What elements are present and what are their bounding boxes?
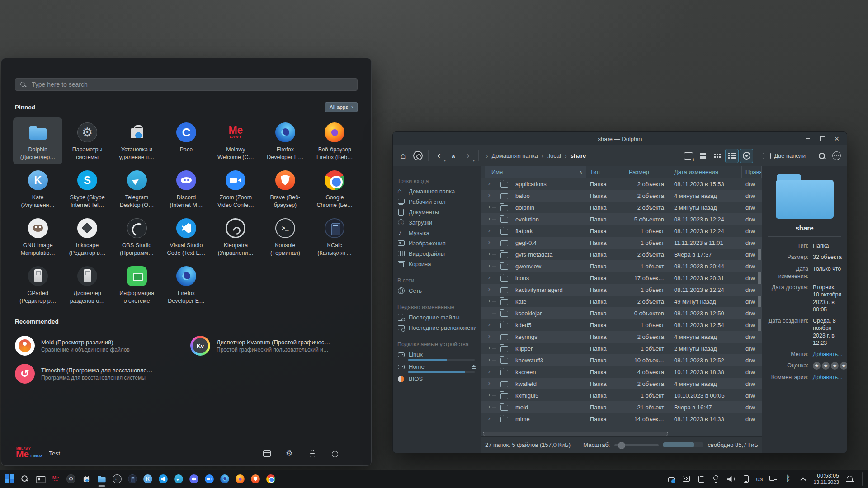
file-row[interactable]: kxmlgui5 Папка 1 объект 10.10.2023 в 00:… (481, 389, 762, 401)
split-view-button[interactable]: Две панели (761, 149, 807, 163)
place-entry[interactable]: Видеофайлы (396, 249, 478, 259)
expand-tray-chevron-icon[interactable] (798, 474, 807, 483)
minimize-button[interactable] (802, 133, 814, 144)
star-icon[interactable]: ★ (831, 362, 839, 370)
place-entry[interactable]: Корзина (396, 259, 478, 269)
expand-chevron-icon[interactable] (488, 356, 490, 363)
app-tile[interactable]: Kate (Улучшенн… (13, 165, 62, 212)
file-row[interactable]: kactivitymanagerd Папка 1 объект 08.11.2… (481, 284, 762, 296)
place-entry[interactable]: Рабочий стол (396, 197, 478, 207)
place-entry[interactable]: Последние файлы (396, 312, 478, 323)
taskbar-app[interactable] (49, 470, 62, 488)
place-entry[interactable]: Home (396, 361, 478, 374)
expand-chevron-icon[interactable] (488, 274, 490, 281)
breadcrumb-item[interactable]: share (564, 151, 587, 160)
user-name[interactable]: Test (49, 450, 60, 457)
expand-chevron-icon[interactable] (488, 215, 490, 222)
app-tile[interactable]: GParted (Редактор р… (13, 261, 62, 308)
file-row[interactable]: klipper Папка 1 объект 2 минуты назад dr… (481, 343, 762, 354)
app-tile[interactable]: Google Chrome (Бе… (310, 165, 359, 212)
expand-chevron-icon[interactable] (488, 344, 490, 351)
place-entry[interactable]: Документы (396, 207, 478, 217)
app-tile[interactable]: GNU Image Manipulatio… (13, 213, 62, 260)
horizontal-scrollbar[interactable] (483, 432, 668, 436)
app-tile[interactable]: Firefox Developer E… (161, 261, 211, 308)
star-icon[interactable]: ★ (822, 362, 830, 370)
expand-chevron-icon[interactable] (488, 403, 490, 410)
taskbar-app[interactable] (203, 470, 216, 488)
app-tile[interactable]: Melawy Welcome (C… (211, 117, 260, 164)
back-button[interactable] (432, 149, 446, 163)
taskbar-app[interactable] (249, 470, 262, 488)
titlebar[interactable]: share — Dolphin (393, 132, 847, 145)
app-tile[interactable]: Параметры системы (62, 117, 112, 164)
expand-chevron-icon[interactable] (488, 192, 490, 198)
file-row[interactable]: kded5 Папка 1 объект 08.11.2023 в 12:54 … (481, 319, 762, 331)
taskbar-app[interactable] (187, 470, 201, 488)
recommended-app[interactable]: Диспетчер Kvantum (Простой графичес… Про… (190, 336, 358, 356)
power-icon[interactable] (330, 449, 340, 458)
preview-button[interactable] (740, 149, 753, 163)
app-tile[interactable]: Telegram Desktop (O… (112, 165, 161, 212)
place-entry[interactable]: Linux (396, 349, 478, 361)
taskbar-app[interactable] (95, 470, 108, 488)
new-tab-button[interactable] (682, 149, 695, 163)
app-tile[interactable]: Информация о системе (112, 261, 161, 308)
panel-edge-handle[interactable] (862, 472, 863, 486)
expand-chevron-icon[interactable] (488, 227, 490, 234)
search-input[interactable] (31, 80, 353, 89)
up-button[interactable] (447, 149, 460, 163)
file-row[interactable]: kwalletd Папка 2 объекта 4 минуты назад … (481, 378, 762, 389)
updates-tray-icon[interactable] (667, 474, 676, 483)
night-color-tray-icon[interactable] (712, 474, 721, 483)
star-icon[interactable]: ★ (840, 362, 847, 370)
taskbar-app[interactable] (110, 470, 124, 488)
app-tile[interactable]: Brave (Веб- браузер) (260, 165, 310, 212)
file-row[interactable]: dolphin Папка 2 объекта 2 минуты назад d… (481, 202, 762, 213)
file-row[interactable]: keyrings Папка 2 объекта 4 минуты назад … (481, 331, 762, 343)
taskbar-app[interactable] (156, 470, 170, 488)
expand-chevron-icon[interactable] (488, 333, 490, 339)
taskbar-app[interactable] (3, 470, 16, 488)
taskbar-app[interactable] (18, 470, 32, 488)
expand-chevron-icon[interactable] (488, 180, 490, 187)
expand-chevron-icon[interactable] (488, 415, 490, 422)
app-tile[interactable]: Pace (161, 117, 211, 164)
app-tile[interactable]: Discord (Internet M… (161, 165, 211, 212)
app-tile[interactable]: Диспетчер разделов о… (62, 261, 112, 308)
file-row[interactable]: meld Папка 21 объект Вчера в 16:47 drw (481, 401, 762, 413)
lock-icon[interactable] (308, 449, 317, 458)
file-row[interactable]: flatpak Папка 1 объект 08.11.2023 в 12:2… (481, 225, 762, 237)
expand-chevron-icon[interactable] (488, 262, 490, 269)
file-row[interactable]: knewstuff3 Папка 10 объек… 08.11.2023 в … (481, 354, 762, 366)
all-apps-button[interactable]: All apps (325, 102, 358, 112)
clock[interactable]: 00:53:05 13.11.2023 (813, 473, 839, 485)
expand-chevron-icon[interactable] (488, 239, 490, 245)
eject-icon[interactable] (472, 365, 476, 369)
search-button[interactable] (815, 149, 829, 163)
expand-chevron-icon[interactable] (488, 286, 490, 292)
files-icon[interactable] (263, 449, 272, 458)
app-tile[interactable]: Visual Studio Code (Text E… (161, 213, 211, 260)
file-row[interactable]: baloo Папка 2 объекта 4 минуты назад drw (481, 190, 762, 202)
taskbar-app[interactable] (172, 470, 185, 488)
expand-chevron-icon[interactable] (488, 250, 490, 257)
expand-chevron-icon[interactable] (488, 321, 490, 328)
places-button[interactable] (411, 149, 425, 163)
device-tray-icon[interactable] (741, 474, 750, 483)
recommended-app[interactable]: Meld (Просмотр различий) Сравнение и объ… (15, 336, 182, 356)
zoom-slider[interactable] (614, 444, 659, 446)
place-entry[interactable]: Музыка (396, 228, 478, 238)
place-entry[interactable]: Загрузки (396, 217, 478, 228)
file-row[interactable]: kate Папка 2 объекта 49 минут назад drw (481, 296, 762, 307)
column-header-date[interactable]: Дата изменения (670, 166, 742, 178)
settings-icon[interactable] (285, 449, 294, 458)
volume-tray-icon[interactable] (726, 474, 736, 483)
close-button[interactable] (830, 133, 843, 144)
file-row[interactable]: icons Папка 17 объек… 08.11.2023 в 20:31… (481, 272, 762, 284)
launcher-search[interactable] (15, 78, 358, 91)
place-entry[interactable]: Последние расположения (396, 323, 478, 333)
place-entry[interactable]: Сеть (396, 286, 478, 296)
app-tile[interactable]: KCalc (Калькулят… (310, 213, 359, 260)
column-header-size[interactable]: Размер (625, 166, 670, 178)
